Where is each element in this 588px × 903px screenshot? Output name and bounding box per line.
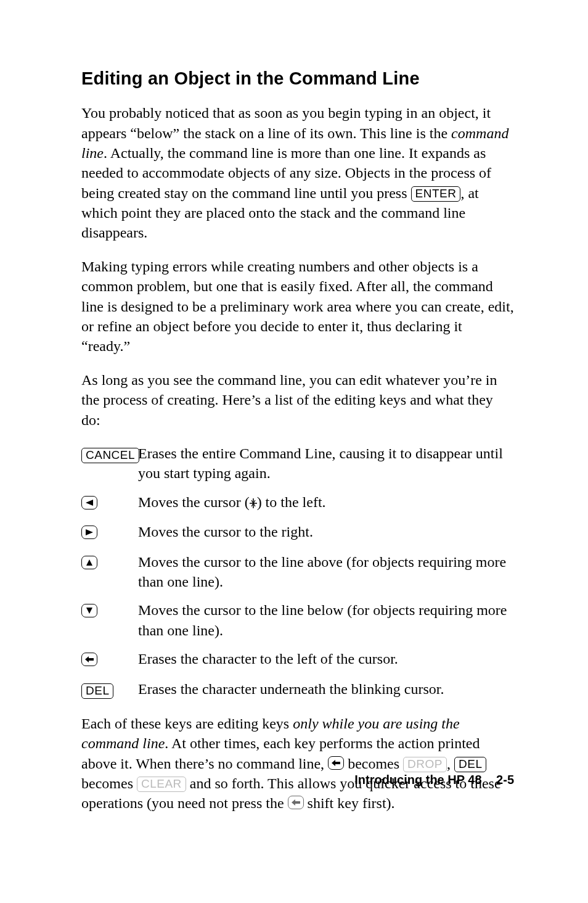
arrow-right-key — [81, 526, 97, 539]
text: Each of these keys are editing keys — [81, 715, 293, 732]
key-row-backspace: Erases the character to the left of the … — [81, 649, 514, 670]
svg-marker-9 — [332, 760, 340, 766]
page-number: 2-5 — [496, 773, 514, 786]
svg-marker-8 — [85, 656, 94, 662]
key-row-del: DEL Erases the character underneath the … — [81, 679, 514, 700]
desc-col: Erases the character underneath the blin… — [138, 679, 514, 699]
shift-arrow-icon — [291, 799, 301, 806]
desc-col: Moves the cursor () to the left. — [138, 492, 514, 512]
clear-key: CLEAR — [137, 777, 186, 792]
page-footer: Introducing the HP 48 2-5 — [354, 772, 514, 788]
section-heading: Editing an Object in the Command Line — [81, 67, 514, 91]
enter-key: ENTER — [411, 186, 461, 202]
key-col — [81, 492, 138, 513]
cursor-crosshair-icon — [250, 498, 257, 508]
key-row-up: Moves the cursor to the line above (for … — [81, 552, 514, 592]
svg-marker-6 — [86, 559, 92, 566]
text: shift key first). — [304, 795, 395, 811]
arrow-down-icon — [86, 607, 93, 614]
shift-key — [288, 796, 304, 809]
text: becomes — [81, 775, 137, 791]
footer-text: Introducing the HP 48 — [354, 773, 481, 786]
arrow-left-key — [81, 496, 97, 509]
page: Editing an Object in the Command Line Yo… — [0, 0, 588, 903]
drop-key: DROP — [403, 757, 447, 772]
key-row-right: Moves the cursor to the right. — [81, 522, 514, 543]
key-list: CANCEL Erases the entire Command Line, c… — [81, 443, 514, 700]
paragraph-2: Making typing errors while creating numb… — [81, 257, 514, 357]
paragraph-4: Each of these keys are editing keys only… — [81, 714, 514, 814]
arrow-up-icon — [86, 559, 93, 566]
backspace-key — [81, 653, 97, 666]
del-key-inline: DEL — [454, 757, 486, 772]
svg-marker-5 — [86, 529, 93, 535]
key-col — [81, 522, 138, 543]
arrow-up-key — [81, 556, 97, 569]
svg-marker-0 — [86, 500, 93, 506]
key-row-left: Moves the cursor () to the left. — [81, 492, 514, 513]
desc-col: Moves the cursor to the right. — [138, 522, 514, 542]
del-key: DEL — [81, 683, 113, 699]
key-col: CANCEL — [81, 443, 138, 464]
key-col: DEL — [81, 679, 138, 700]
backspace-key-inline — [328, 756, 344, 770]
key-col — [81, 552, 138, 573]
arrow-right-icon — [85, 529, 94, 536]
desc-col: Erases the character to the left of the … — [138, 649, 514, 669]
paragraph-3: As long as you see the command line, you… — [81, 370, 514, 430]
arrow-left-icon — [85, 499, 94, 506]
key-row-down: Moves the cursor to the line below (for … — [81, 600, 514, 640]
cancel-key: CANCEL — [81, 448, 139, 463]
key-row-cancel: CANCEL Erases the entire Command Line, c… — [81, 443, 514, 484]
key-col — [81, 600, 138, 621]
desc-col: Erases the entire Command Line, causing … — [138, 443, 514, 484]
desc-col: Moves the cursor to the line above (for … — [138, 552, 514, 592]
text: , — [447, 756, 454, 772]
text: Moves the cursor ( — [138, 494, 250, 510]
backspace-icon — [84, 656, 94, 663]
svg-marker-7 — [86, 608, 92, 614]
text: ) to the left. — [257, 494, 326, 510]
desc-col: Moves the cursor to the line below (for … — [138, 600, 514, 640]
key-col — [81, 649, 138, 670]
arrow-down-key — [81, 604, 97, 617]
text: You probably noticed that as soon as you… — [81, 105, 491, 141]
backspace-icon — [331, 759, 341, 767]
paragraph-1: You probably noticed that as soon as you… — [81, 103, 514, 243]
text: becomes — [344, 756, 403, 772]
